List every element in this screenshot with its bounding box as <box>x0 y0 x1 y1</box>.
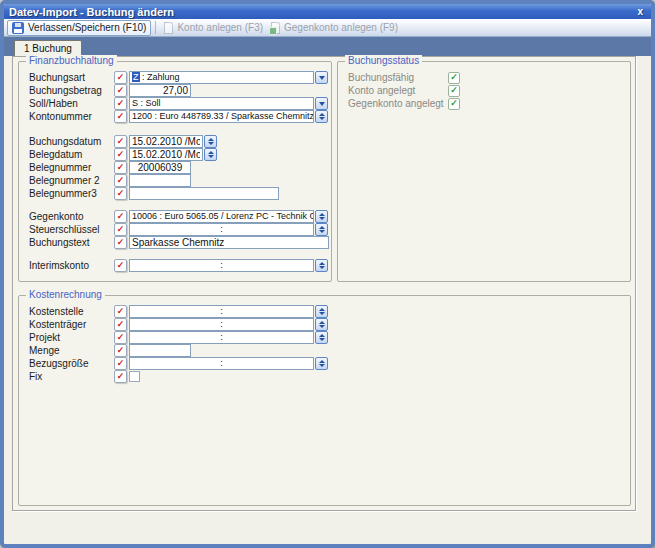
modified-check-icon[interactable]: ✓ <box>114 357 127 370</box>
modified-check-icon[interactable]: ✓ <box>114 370 127 383</box>
dialog-body: Finanzbuchhaltung Buchungsart ✓ Z : Zahl… <box>4 56 651 544</box>
modified-check-icon[interactable]: ✓ <box>114 110 127 123</box>
projekt-combobox[interactable]: : <box>129 331 314 344</box>
group-finanzbuchhaltung: Finanzbuchhaltung Buchungsart ✓ Z : Zahl… <box>18 61 332 282</box>
buchungsart-label: Buchungsart <box>29 72 114 83</box>
row-konto-angelegt: Konto angelegt ✓ <box>348 84 630 97</box>
buchungsfaehig-label: Buchungsfähig <box>348 72 448 83</box>
belegdatum-spinner-button[interactable] <box>204 148 217 161</box>
modified-check-icon[interactable]: ✓ <box>114 161 127 174</box>
gegenkonto-label: Gegenkonto <box>29 211 114 222</box>
dropdown-arrow-button[interactable] <box>315 97 328 110</box>
modified-check-icon[interactable]: ✓ <box>114 71 127 84</box>
modified-check-icon[interactable]: ✓ <box>114 97 127 110</box>
interimskonto-label: Interimskonto <box>29 260 114 271</box>
belegnummer-input[interactable] <box>129 161 191 174</box>
group-title: Kostenrechnung <box>26 289 105 300</box>
create-konto-button[interactable]: Konto anlegen (F3) <box>160 20 267 36</box>
dialog-window: Datev-Import - Buchung ändern x Verlasse… <box>0 0 655 548</box>
window-title: Datev-Import - Buchung ändern <box>9 6 174 18</box>
tab-buchung[interactable]: 1 Buchung <box>14 40 82 56</box>
interimskonto-value: : <box>130 260 313 271</box>
kostentraeger-label: Kostenträger <box>29 319 114 330</box>
belegnummer-label: Belegnummer <box>29 162 114 173</box>
row-projekt: Projekt ✓ : <box>29 331 630 344</box>
buchungstext-input[interactable] <box>129 236 329 249</box>
close-button[interactable]: x <box>634 6 646 18</box>
kostentraeger-value: : <box>130 319 313 330</box>
tab-strip: 1 Buchung <box>4 37 651 56</box>
soll-haben-combobox[interactable]: S : Soll <box>129 97 314 110</box>
steuerschluessel-combobox[interactable]: : <box>129 223 314 236</box>
modified-check-icon[interactable]: ✓ <box>114 84 127 97</box>
new-page-icon <box>164 22 173 34</box>
buchungsdatum-input[interactable] <box>129 135 203 148</box>
modified-check-icon[interactable]: ✓ <box>114 318 127 331</box>
kontonummer-spinner-button[interactable] <box>315 110 328 123</box>
dropdown-arrow-button[interactable] <box>315 71 328 84</box>
buchungsart-combobox[interactable]: Z : Zahlung <box>129 71 314 84</box>
modified-check-icon[interactable]: ✓ <box>114 259 127 272</box>
kontonummer-label: Kontonummer <box>29 111 114 122</box>
steuerschluessel-spinner-button[interactable] <box>315 223 328 236</box>
buchungsfaehig-checkbox[interactable]: ✓ <box>448 72 460 84</box>
modified-check-icon[interactable]: ✓ <box>114 174 127 187</box>
title-bar[interactable]: Datev-Import - Buchung ändern x <box>4 4 651 19</box>
row-buchungsfaehig: Buchungsfähig ✓ <box>348 71 630 84</box>
gegenkonto-angelegt-checkbox[interactable]: ✓ <box>448 98 460 110</box>
kostentraeger-combobox[interactable]: : <box>129 318 314 331</box>
create-konto-label: Konto anlegen (F3) <box>177 22 263 33</box>
buchungsdatum-label: Buchungsdatum <box>29 136 114 147</box>
row-fix: Fix ✓ <box>29 370 630 383</box>
buchungstext-label: Buchungstext <box>29 237 114 248</box>
modified-check-icon[interactable]: ✓ <box>114 210 127 223</box>
projekt-spinner-button[interactable] <box>315 331 328 344</box>
modified-check-icon[interactable]: ✓ <box>114 223 127 236</box>
kostentraeger-spinner-button[interactable] <box>315 318 328 331</box>
gegenkonto-spinner-button[interactable] <box>315 210 328 223</box>
soll-haben-label: Soll/Haben <box>29 98 114 109</box>
group-title: Finanzbuchhaltung <box>26 55 117 66</box>
belegdatum-label: Belegdatum <box>29 149 114 160</box>
modified-check-icon[interactable]: ✓ <box>114 236 127 249</box>
kostenstelle-combobox[interactable]: : <box>129 305 314 318</box>
kostenstelle-spinner-button[interactable] <box>315 305 328 318</box>
belegnummer2-input[interactable] <box>129 174 191 187</box>
buchungsdatum-spinner-button[interactable] <box>204 135 217 148</box>
modified-check-icon[interactable]: ✓ <box>114 187 127 200</box>
bezugsgroesse-combobox[interactable]: : <box>129 357 314 370</box>
row-belegnummer: Belegnummer ✓ <box>29 161 331 174</box>
projekt-value: : <box>130 332 313 343</box>
konto-angelegt-label: Konto angelegt <box>348 85 448 96</box>
row-bezugsgroesse: Bezugsgröße ✓ : <box>29 357 630 370</box>
row-buchungstext: Buchungstext ✓ <box>29 236 331 249</box>
soll-haben-value: S : Soll <box>130 98 313 109</box>
modified-check-icon[interactable]: ✓ <box>114 344 127 357</box>
interimskonto-combobox[interactable]: : <box>129 259 314 272</box>
group-title: Buchungsstatus <box>345 55 422 66</box>
konto-angelegt-checkbox[interactable]: ✓ <box>448 85 460 97</box>
modified-check-icon[interactable]: ✓ <box>114 331 127 344</box>
new-page-add-icon <box>271 22 280 34</box>
save-exit-label: Verlassen/Speichern (F10) <box>28 22 146 33</box>
modified-check-icon[interactable]: ✓ <box>114 135 127 148</box>
row-belegdatum: Belegdatum ✓ <box>29 148 331 161</box>
modified-check-icon[interactable]: ✓ <box>114 148 127 161</box>
row-kostenstelle: Kostenstelle ✓ : <box>29 305 630 318</box>
gegenkonto-combobox[interactable]: 10006 : Euro 5065.05 / Lorenz PC - Techn… <box>129 210 314 223</box>
modified-check-icon[interactable]: ✓ <box>114 305 127 318</box>
create-gegenkonto-button[interactable]: Gegenkonto anlegen (F9) <box>267 20 402 36</box>
bezugsgroesse-spinner-button[interactable] <box>315 357 328 370</box>
save-exit-button[interactable]: Verlassen/Speichern (F10) <box>7 20 151 36</box>
group-kostenrechnung: Kostenrechnung Kostenstelle ✓ : Kostentr… <box>18 295 631 506</box>
buchungsbetrag-input[interactable] <box>129 84 191 97</box>
belegnummer3-input[interactable] <box>129 187 279 200</box>
menge-input[interactable] <box>129 344 191 357</box>
interimskonto-spinner-button[interactable] <box>315 259 328 272</box>
bezugsgroesse-value: : <box>130 358 313 369</box>
fix-checkbox[interactable] <box>129 371 140 382</box>
belegdatum-input[interactable] <box>129 148 203 161</box>
row-kontonummer: Kontonummer ✓ 1200 : Euro 448789.33 / Sp… <box>29 110 331 123</box>
row-gegenkonto: Gegenkonto ✓ 10006 : Euro 5065.05 / Lore… <box>29 210 331 223</box>
kontonummer-combobox[interactable]: 1200 : Euro 448789.33 / Sparkasse Chemni… <box>129 110 314 123</box>
